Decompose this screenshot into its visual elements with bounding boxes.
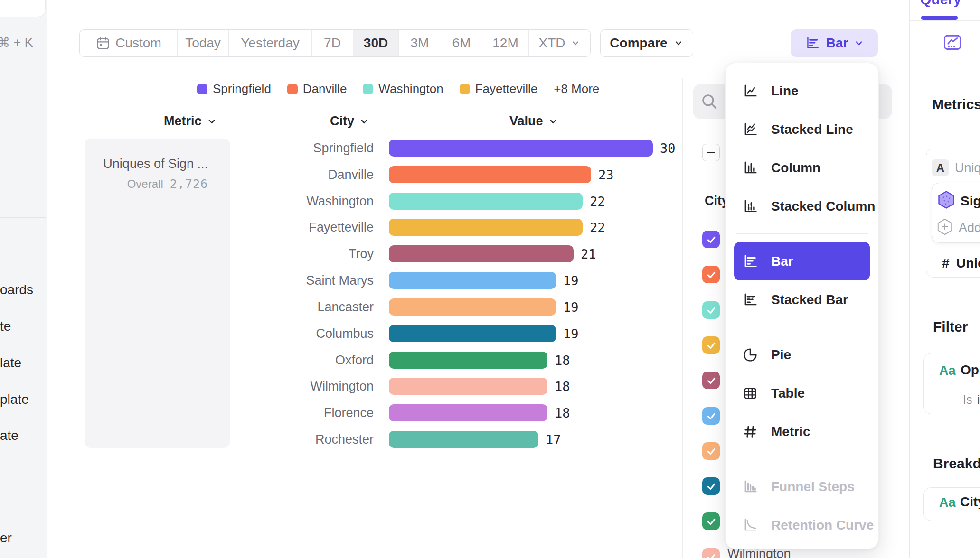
metric-card[interactable]: Uniques of Sign ... Overall2,726 — [85, 139, 230, 448]
legend-item[interactable]: Danville — [287, 82, 347, 96]
property-type-badge: Aa — [939, 363, 956, 378]
check-icon — [704, 479, 718, 493]
city-checkbox-washington[interactable] — [702, 301, 720, 319]
panel-top-border — [910, 20, 980, 21]
bar-wilmington[interactable] — [389, 378, 547, 395]
city-checkbox-springfield[interactable] — [702, 231, 720, 248]
add-property-icon[interactable] — [936, 218, 953, 236]
menu-item-bar[interactable]: Bar — [734, 242, 870, 280]
bar-springfield[interactable] — [389, 140, 653, 157]
indeterminate-mark — [707, 152, 715, 154]
date-range-yesterday[interactable]: Yesterday — [228, 30, 311, 56]
compare-button[interactable]: Compare — [600, 29, 693, 57]
bar-fayetteville[interactable] — [389, 219, 583, 236]
check-icon — [704, 444, 718, 458]
stacked-bar-icon — [742, 291, 759, 308]
bar-value: 18 — [555, 404, 570, 422]
bar-value: 22 — [590, 193, 605, 210]
sidebar-item-fragment[interactable]: te — [0, 319, 11, 334]
bar-saint-marys[interactable] — [389, 272, 556, 289]
date-range-7d[interactable]: 7D — [311, 30, 353, 56]
menu-item-column[interactable]: Column — [726, 149, 878, 187]
legend-item[interactable]: Springfield — [197, 82, 271, 96]
sidebar-item-fragment[interactable]: late — [0, 355, 21, 371]
bar-florence[interactable] — [389, 404, 547, 421]
legend-label: Fayetteville — [475, 82, 538, 96]
metric-icon — [742, 423, 759, 440]
menu-item-pie[interactable]: Pie — [726, 335, 878, 374]
menu-item-metric[interactable]: Metric — [726, 412, 878, 451]
city-checkbox-saint-marys[interactable] — [702, 407, 720, 425]
sidebar-item-fragment[interactable]: er — [0, 530, 12, 546]
date-range-custom[interactable]: Custom — [80, 30, 177, 56]
bar-rochester[interactable] — [389, 431, 538, 448]
date-range-label: Yesterday — [241, 36, 300, 51]
chart-type-menu: LineStacked LineColumnStacked ColumnBarS… — [725, 63, 879, 549]
menu-divider — [736, 233, 868, 234]
menu-item-stacked-line[interactable]: Stacked Line — [726, 110, 878, 149]
bar-troy[interactable] — [389, 245, 574, 262]
legend-item[interactable]: Fayetteville — [460, 82, 538, 96]
metric-header-label: Metric — [164, 114, 202, 129]
calendar-icon — [95, 36, 111, 51]
bar-danville[interactable] — [389, 166, 591, 183]
menu-item-label: Column — [771, 160, 820, 176]
bar-value: 21 — [581, 245, 596, 263]
legend-swatch — [197, 84, 207, 94]
city-column-header[interactable]: City — [330, 114, 369, 129]
menu-item-stacked-bar[interactable]: Stacked Bar — [726, 280, 878, 319]
panel-divider — [682, 78, 683, 558]
legend-swatch — [363, 84, 373, 94]
sidebar-item-fragment[interactable]: plate — [0, 392, 29, 407]
city-checkbox-wilmington[interactable] — [702, 548, 720, 558]
menu-divider — [736, 327, 868, 327]
city-checkbox-columbus[interactable] — [702, 477, 720, 495]
bar-value: 30 — [660, 140, 676, 157]
chart-type-button[interactable]: Bar — [791, 29, 878, 57]
event-name-fragment: Uniq — [955, 161, 980, 176]
legend-item[interactable]: Washington — [363, 82, 443, 96]
command-k-shortcut: ⌘ + K — [0, 35, 33, 50]
date-range-3m[interactable]: 3M — [398, 30, 441, 56]
date-range-label: XTD — [539, 36, 565, 51]
chevron-down-icon — [207, 116, 217, 127]
date-range-6m[interactable]: 6M — [441, 30, 482, 56]
menu-item-stacked-column[interactable]: Stacked Column — [726, 187, 878, 225]
bar-oxford[interactable] — [389, 352, 547, 369]
tab-query[interactable]: Query — [920, 0, 961, 8]
chevron-down-icon — [854, 38, 864, 48]
breakdown-property: City — [960, 494, 980, 510]
sidebar-item-fragment[interactable]: ate — [0, 428, 19, 443]
select-all-checkbox[interactable] — [702, 144, 720, 161]
value-column-header[interactable]: Value — [509, 114, 558, 129]
city-checkbox-oxford[interactable] — [702, 512, 720, 530]
menu-item-line[interactable]: Line — [726, 72, 878, 110]
sidebar-item-fragment[interactable]: oards — [0, 282, 33, 298]
metric-title: Uniques of Sign ... — [85, 157, 208, 171]
city-checkbox-danville[interactable] — [702, 266, 720, 283]
property-type-badge: Aa — [939, 495, 956, 510]
legend-more[interactable]: +8 More — [554, 82, 599, 96]
chevron-down-icon — [570, 38, 581, 48]
check-icon — [704, 550, 718, 558]
date-range-xtd[interactable]: XTD — [528, 30, 590, 56]
sidebar-search-card[interactable] — [0, 0, 46, 17]
breakdown-heading: Breakdo — [933, 456, 980, 472]
bar-row-label: Springfield — [237, 140, 374, 157]
menu-item-table[interactable]: Table — [726, 374, 878, 412]
menu-item-label: Table — [771, 386, 805, 401]
bar-columbus[interactable] — [389, 325, 556, 342]
bar-washington[interactable] — [389, 193, 583, 210]
menu-item-label: Metric — [771, 424, 810, 439]
city-checkbox-fayetteville[interactable] — [702, 336, 720, 354]
date-range-label: Custom — [115, 36, 161, 51]
date-range-12m[interactable]: 12M — [482, 30, 528, 56]
date-range-30d[interactable]: 30D — [353, 30, 398, 56]
metric-column-header[interactable]: Metric — [164, 114, 217, 129]
query-panel — [909, 0, 980, 558]
city-checkbox-troy[interactable] — [702, 372, 720, 389]
date-range-today[interactable]: Today — [177, 30, 228, 56]
bar-lancaster[interactable] — [389, 298, 556, 316]
bar-row-label: Rochester — [237, 431, 374, 448]
city-checkbox-lancaster[interactable] — [702, 442, 720, 460]
